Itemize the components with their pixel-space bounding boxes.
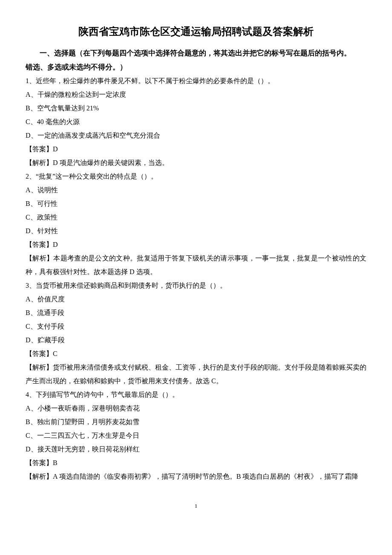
section-header-line1: 一、选择题（在下列每题四个选项中选择符合题意的，将其选出并把它的标号写在题后的括…: [26, 46, 366, 60]
question-explain: 【解析】A 项选自陆游的《临安春雨初霁》，描写了清明时节的景色。B 项选自白居易…: [26, 470, 366, 483]
question-option: A、价值尺度: [26, 292, 366, 306]
question-stem: 4、下列描写节气的诗句中，节气最靠后的是（）。: [26, 388, 366, 402]
question-stem: 3、当货币被用来偿还赊购商品和到期债务时，货币执行的是（）。: [26, 279, 366, 292]
question-explain: 【解析】本题考查的是公文的文种。批复适用于答复下级机关的请示事项，一事一批复，批…: [26, 251, 366, 279]
question-answer: 【答案】C: [26, 347, 366, 361]
page-number: 1: [26, 500, 366, 512]
question-stem: 2、“批复”这一种公文最突出的特点是（）。: [26, 170, 366, 183]
question-option: B、流通手段: [26, 306, 366, 320]
question-answer: 【答案】D: [26, 142, 366, 156]
question-option: B、独出前门望野田，月明荞麦花如雪: [26, 415, 366, 429]
question-option: B、可行性: [26, 197, 366, 211]
question-option: A、干燥的微粒粉尘达到一定浓度: [26, 88, 366, 101]
question-explain: 【解析】货币被用来清偿债务或支付赋税、租金、工资等，执行的是支付手段的职能。支付…: [26, 361, 366, 388]
question-answer: 【答案】D: [26, 238, 366, 251]
question-option: D、针对性: [26, 224, 366, 238]
question-option: D、一定的油蒸发变成蒸汽后和空气充分混合: [26, 129, 366, 142]
page-title: 陕西省宝鸡市陈仓区交通运输局招聘试题及答案解析: [26, 21, 366, 42]
question-option: A、小楼一夜听春雨，深巷明朝卖杏花: [26, 402, 366, 415]
section-header-line2: 错选、多选或未选均不得分。）: [26, 60, 366, 74]
question-explain: 【解析】D 项是汽油爆炸的最关键因素，当选。: [26, 156, 366, 170]
question-option: C、40 毫焦的火源: [26, 115, 366, 129]
question-stem: 1、近些年，粉尘爆炸的事件屡见不鲜。以下不属于粉尘爆炸的必要条件的是（）。: [26, 74, 366, 88]
question-option: A、说明性: [26, 183, 366, 197]
question-option: C、支付手段: [26, 320, 366, 333]
question-option: C、政策性: [26, 211, 366, 224]
question-option: D、接天莲叶无穷碧，映日荷花别样红: [26, 442, 366, 456]
question-option: B、空气含氧量达到 21%: [26, 101, 366, 115]
question-option: C、一二三四五六七，万木生芽是今日: [26, 429, 366, 442]
question-option: D、贮藏手段: [26, 333, 366, 347]
question-answer: 【答案】B: [26, 456, 366, 470]
